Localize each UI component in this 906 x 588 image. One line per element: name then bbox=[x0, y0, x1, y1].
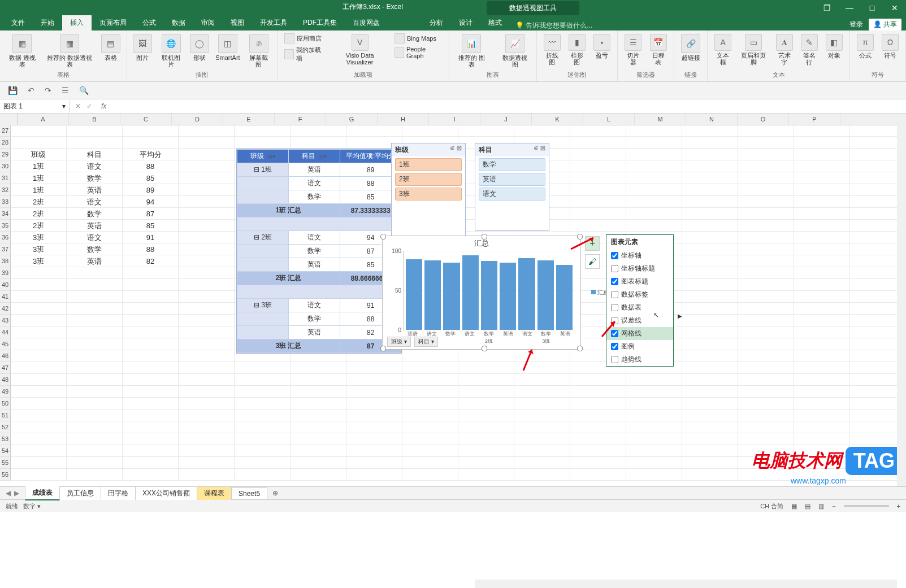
slicer-clear-icon[interactable]: ⚟ ☒ bbox=[450, 145, 462, 155]
wordart-button[interactable]: 𝐀艺术字 bbox=[774, 33, 795, 67]
cell[interactable] bbox=[291, 386, 346, 398]
cell[interactable] bbox=[346, 374, 402, 386]
cell[interactable] bbox=[682, 469, 738, 481]
cell[interactable] bbox=[682, 350, 738, 362]
cell[interactable] bbox=[67, 303, 123, 315]
cell[interactable] bbox=[11, 137, 67, 149]
tab-dev[interactable]: 开发工具 bbox=[252, 15, 295, 31]
cell[interactable] bbox=[626, 386, 682, 398]
cell[interactable] bbox=[626, 374, 682, 386]
cell[interactable] bbox=[235, 398, 291, 410]
column-header[interactable]: J bbox=[480, 114, 532, 125]
cell[interactable] bbox=[123, 326, 179, 338]
cell[interactable] bbox=[67, 338, 123, 350]
vertical-scrollbar[interactable] bbox=[897, 125, 906, 486]
cell[interactable] bbox=[123, 445, 179, 457]
row-header[interactable]: 45 bbox=[0, 338, 11, 350]
cell[interactable] bbox=[738, 433, 794, 445]
chart-bar[interactable] bbox=[537, 260, 554, 330]
tell-me-search[interactable]: 💡 告诉我您想要做什么... bbox=[510, 21, 592, 31]
cell[interactable] bbox=[794, 149, 850, 160]
row-header[interactable]: 35 bbox=[0, 220, 11, 232]
row-header[interactable]: 32 bbox=[0, 184, 11, 196]
sparkline-col-button[interactable]: ▮柱形图 bbox=[566, 33, 588, 67]
cell[interactable] bbox=[794, 326, 850, 338]
shapes-button[interactable]: ◯形状 bbox=[188, 33, 211, 62]
cell[interactable]: 平均分 bbox=[123, 149, 179, 160]
cell[interactable] bbox=[738, 338, 794, 350]
row-header[interactable]: 52 bbox=[0, 421, 11, 433]
cell[interactable] bbox=[738, 410, 794, 421]
cell[interactable] bbox=[67, 291, 123, 303]
cell[interactable] bbox=[738, 398, 794, 410]
cell[interactable]: 2班 bbox=[11, 220, 67, 232]
cell[interactable] bbox=[458, 410, 514, 421]
cell[interactable] bbox=[570, 457, 626, 469]
cell[interactable] bbox=[179, 398, 235, 410]
cell[interactable] bbox=[570, 469, 626, 481]
screenshot-button[interactable]: ⎚屏幕截图 bbox=[245, 33, 272, 69]
cell[interactable] bbox=[235, 386, 291, 398]
row-header[interactable]: 36 bbox=[0, 232, 11, 243]
row-header[interactable]: 49 bbox=[0, 386, 11, 398]
row-header[interactable]: 56 bbox=[0, 469, 11, 481]
cell[interactable] bbox=[626, 433, 682, 445]
tab-data[interactable]: 数据 bbox=[164, 15, 193, 31]
cell[interactable] bbox=[794, 421, 850, 433]
column-header[interactable]: O bbox=[738, 114, 789, 125]
cell[interactable]: 1班 bbox=[11, 172, 67, 184]
cell[interactable] bbox=[235, 410, 291, 421]
cell[interactable]: 2班 bbox=[11, 196, 67, 208]
cell[interactable] bbox=[291, 469, 346, 481]
cell[interactable] bbox=[794, 196, 850, 208]
cell[interactable] bbox=[738, 184, 794, 196]
cell[interactable] bbox=[458, 398, 514, 410]
rec-pivottable-button[interactable]: ▦推荐的 数据透视表 bbox=[43, 33, 96, 69]
view-pagelayout-icon[interactable]: ▤ bbox=[805, 503, 810, 510]
cell[interactable] bbox=[123, 457, 179, 469]
cell[interactable] bbox=[794, 350, 850, 362]
cell[interactable] bbox=[67, 421, 123, 433]
resize-handle[interactable] bbox=[577, 346, 583, 351]
chart-bar[interactable] bbox=[406, 259, 422, 330]
row-header[interactable]: 40 bbox=[0, 279, 11, 291]
checkbox[interactable] bbox=[611, 278, 618, 285]
cell[interactable] bbox=[682, 315, 738, 326]
cell[interactable] bbox=[123, 410, 179, 421]
redo-icon[interactable]: ↷ bbox=[45, 86, 51, 95]
chart-bar[interactable] bbox=[481, 261, 497, 330]
slicer-subject[interactable]: 科目⚟ ☒ 数学英语语文 bbox=[475, 143, 549, 231]
cell[interactable] bbox=[794, 125, 850, 137]
cell[interactable] bbox=[11, 267, 67, 279]
close-button[interactable]: ✕ bbox=[883, 3, 906, 12]
cell[interactable] bbox=[179, 469, 235, 481]
cell[interactable] bbox=[291, 410, 346, 421]
cell[interactable] bbox=[682, 398, 738, 410]
cell[interactable] bbox=[402, 410, 458, 421]
checkbox[interactable] bbox=[611, 343, 618, 350]
cell[interactable] bbox=[11, 279, 67, 291]
cell[interactable] bbox=[626, 410, 682, 421]
cell[interactable] bbox=[626, 421, 682, 433]
slicer-item[interactable]: 语文 bbox=[479, 188, 545, 201]
cell[interactable] bbox=[402, 433, 458, 445]
cell[interactable] bbox=[123, 362, 179, 374]
row-header[interactable]: 27 bbox=[0, 125, 11, 137]
select-all-corner[interactable] bbox=[0, 114, 18, 125]
cell[interactable] bbox=[67, 469, 123, 481]
cell[interactable] bbox=[179, 338, 235, 350]
undo-icon[interactable]: ↶ bbox=[28, 86, 34, 95]
cell[interactable] bbox=[179, 457, 235, 469]
cell[interactable] bbox=[11, 445, 67, 457]
cell[interactable] bbox=[794, 315, 850, 326]
cell[interactable] bbox=[458, 445, 514, 457]
header-footer-button[interactable]: ▭页眉和页脚 bbox=[737, 33, 770, 67]
chart-element-option[interactable]: 图表标题 bbox=[606, 275, 673, 288]
cell[interactable] bbox=[682, 338, 738, 350]
cell[interactable] bbox=[738, 172, 794, 184]
cell[interactable] bbox=[179, 243, 235, 255]
resize-handle[interactable] bbox=[482, 346, 487, 351]
cell[interactable] bbox=[458, 386, 514, 398]
view-normal-icon[interactable]: ▦ bbox=[791, 503, 797, 510]
row-header[interactable]: 37 bbox=[0, 243, 11, 255]
